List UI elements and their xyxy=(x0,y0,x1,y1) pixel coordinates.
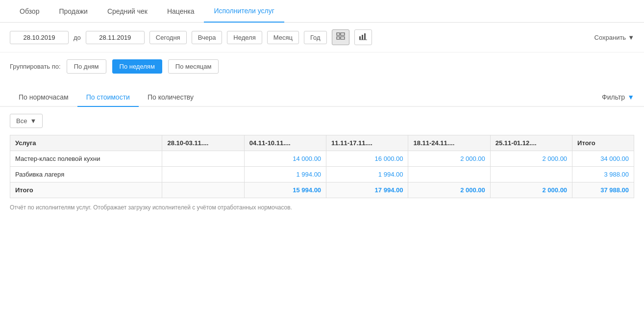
filter-arrow-icon: ▼ xyxy=(627,93,634,101)
view-chart-btn[interactable] xyxy=(354,29,372,45)
nav-item-avg-check[interactable]: Средний чек xyxy=(98,0,157,22)
view-table-btn[interactable] xyxy=(332,29,349,45)
table-cell-col3-row2: 17 994.00 xyxy=(326,182,408,198)
table-cell-col2-row2: 15 994.00 xyxy=(244,182,326,198)
table-cell-col3-row1: 1 994.00 xyxy=(326,167,408,182)
col-header-week5: 25.11-01.12.... xyxy=(490,135,572,151)
group-by-section: Группировать по: По дням По неделям По м… xyxy=(0,52,644,80)
col-header-week2: 04.11-10.11.... xyxy=(244,135,326,151)
sub-tab-by-cost[interactable]: По стоимости xyxy=(77,88,139,107)
period-month-btn[interactable]: Месяц xyxy=(267,31,299,44)
nav-item-sales[interactable]: Продажи xyxy=(49,0,97,22)
group-by-day-btn[interactable]: По дням xyxy=(67,59,106,74)
table-row: Итого15 994.0017 994.002 000.002 000.003… xyxy=(10,182,634,198)
table-cell-service-row0: Мастер-класс полевой кухни xyxy=(10,151,162,167)
table-cell-col2-row0: 14 000.00 xyxy=(244,151,326,167)
dropdown-arrow-icon: ▼ xyxy=(30,117,36,125)
svg-rect-3 xyxy=(341,37,345,39)
period-week-btn[interactable]: Неделя xyxy=(227,31,262,44)
group-label: Группировать по: xyxy=(10,63,61,70)
table-header-row: Услуга 28.10-03.11.... 04.11-10.11.... 1… xyxy=(10,135,634,151)
date-from-input[interactable] xyxy=(10,31,69,44)
svg-rect-0 xyxy=(337,33,340,35)
all-dropdown-btn[interactable]: Все ▼ xyxy=(10,114,43,128)
col-header-week3: 11.11-17.11.... xyxy=(326,135,408,151)
group-by-week-btn[interactable]: По неделям xyxy=(112,59,162,74)
all-dropdown-section: Все ▼ xyxy=(10,114,634,128)
period-today-btn[interactable]: Сегодня xyxy=(149,31,187,44)
col-header-total: Итого xyxy=(572,135,634,151)
all-dropdown-label: Все xyxy=(16,117,27,125)
svg-rect-1 xyxy=(341,33,345,35)
table-cell-col4-row2: 2 000.00 xyxy=(408,182,490,198)
table-cell-col4-row1 xyxy=(408,167,490,182)
table-cell-col5-row1 xyxy=(490,167,572,182)
table-cell-col6-row1: 3 988.00 xyxy=(572,167,634,182)
nav-item-overview[interactable]: Обзор xyxy=(10,0,49,22)
table-cell-col6-row2: 37 988.00 xyxy=(572,182,634,198)
top-navigation: Обзор Продажи Средний чек Наценка Исполн… xyxy=(0,0,644,23)
footer-note: Отчёт по исполнителям услуг. Отображает … xyxy=(0,198,644,217)
svg-rect-5 xyxy=(362,35,363,40)
table-cell-service-row2: Итого xyxy=(10,182,162,198)
table-row: Мастер-класс полевой кухни14 000.0016 00… xyxy=(10,151,634,167)
sub-tab-norm-hours[interactable]: По нормочасам xyxy=(10,88,77,106)
period-year-btn[interactable]: Год xyxy=(304,31,327,44)
table-cell-col3-row0: 16 000.00 xyxy=(326,151,408,167)
date-to-input[interactable] xyxy=(86,31,145,44)
sub-tab-by-qty[interactable]: По количеству xyxy=(139,88,202,106)
col-header-service: Услуга xyxy=(10,135,162,151)
table-cell-col5-row2: 2 000.00 xyxy=(490,182,572,198)
data-table: Услуга 28.10-03.11.... 04.11-10.11.... 1… xyxy=(10,135,634,198)
filter-button[interactable]: Фильтр ▼ xyxy=(602,88,634,106)
table-cell-col1-row0 xyxy=(162,151,244,167)
date-separator: до xyxy=(74,34,81,41)
table-cell-col4-row0: 2 000.00 xyxy=(408,151,490,167)
svg-rect-4 xyxy=(359,36,361,40)
save-arrow-icon: ▼ xyxy=(628,34,634,41)
table-cell-col1-row1 xyxy=(162,167,244,182)
sub-tabs: По нормочасам По стоимости По количеству… xyxy=(0,88,644,107)
data-table-container: Услуга 28.10-03.11.... 04.11-10.11.... 1… xyxy=(0,135,644,198)
nav-item-markup[interactable]: Наценка xyxy=(157,0,204,22)
group-by-month-btn[interactable]: По месяцам xyxy=(168,59,219,74)
period-yesterday-btn[interactable]: Вчера xyxy=(192,31,223,44)
table-cell-col1-row2 xyxy=(162,182,244,198)
col-header-week4: 18.11-24.11.... xyxy=(408,135,490,151)
save-button[interactable]: Сохранить ▼ xyxy=(594,34,634,41)
table-cell-col2-row1: 1 994.00 xyxy=(244,167,326,182)
table-cell-col5-row0: 2 000.00 xyxy=(490,151,572,167)
table-row: Разбивка лагеря1 994.001 994.003 988.00 xyxy=(10,167,634,182)
table-cell-col6-row0: 34 000.00 xyxy=(572,151,634,167)
col-header-week1: 28.10-03.11.... xyxy=(162,135,244,151)
svg-rect-6 xyxy=(364,33,366,40)
nav-item-performers[interactable]: Исполнители услуг xyxy=(204,0,284,23)
toolbar: до Сегодня Вчера Неделя Месяц Год Сохран… xyxy=(0,23,644,52)
svg-rect-2 xyxy=(337,37,340,39)
filter-label: Фильтр xyxy=(602,93,625,101)
table-cell-service-row1: Разбивка лагеря xyxy=(10,167,162,182)
